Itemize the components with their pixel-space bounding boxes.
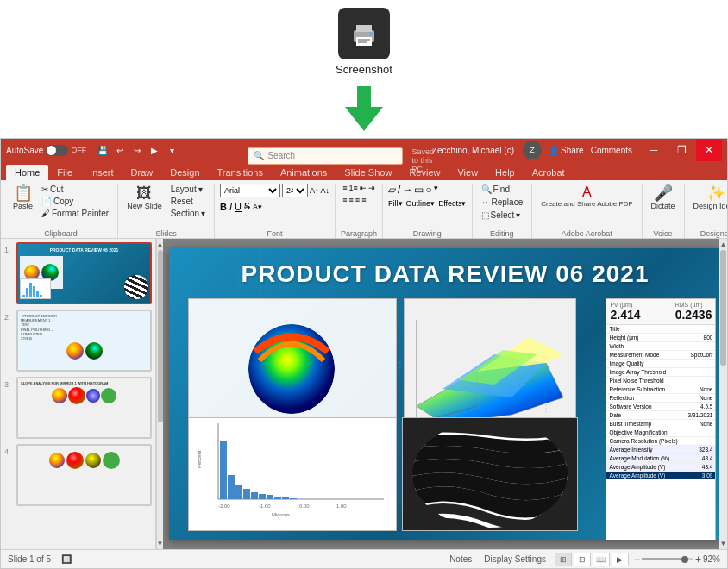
main-scrollbar-vertical[interactable]: ▲ ▼ xyxy=(719,239,727,549)
slide-img-1[interactable]: PRODUCT DATA REVIEW 06 2021 xyxy=(16,242,152,304)
shape-outline-button[interactable]: Outline▾ xyxy=(406,199,436,208)
reset-button[interactable]: Reset xyxy=(167,196,209,207)
restore-button[interactable]: ❐ xyxy=(668,139,694,161)
design-ideas-button[interactable]: ✨ Design Ideas xyxy=(690,184,727,213)
bold-button[interactable]: B xyxy=(220,202,227,212)
reading-view-button[interactable]: 📖 xyxy=(593,553,610,566)
justify-button[interactable]: ≡ xyxy=(361,196,366,204)
tab-draw[interactable]: Draw xyxy=(122,165,162,180)
shape-fill-button[interactable]: Fill▾ xyxy=(388,199,403,208)
zoom-controls: − + 92% xyxy=(634,553,720,566)
new-slide-button[interactable]: 🖼 New Slide xyxy=(123,184,166,213)
resize-handle-left[interactable] xyxy=(184,361,186,372)
font-color-button[interactable]: A▾ xyxy=(253,203,262,211)
normal-view-button[interactable]: ⊞ xyxy=(555,553,572,566)
bullets-button[interactable]: ≡ xyxy=(342,184,347,192)
present-icon[interactable]: ▶ xyxy=(148,144,160,156)
arrow-button[interactable]: → xyxy=(402,184,412,196)
oval-button[interactable]: ○ xyxy=(425,184,431,196)
tab-help[interactable]: Help xyxy=(486,165,524,180)
ppt-window: AutoSave OFF 💾 ↩ ↪ ▶ ▾ Product Review 06… xyxy=(0,138,728,569)
svg-text:Microns: Microns xyxy=(272,512,290,517)
share-button[interactable]: 👤Share xyxy=(549,146,584,155)
decrease-indent-button[interactable]: ⇤ xyxy=(360,184,367,192)
slide-thumb-2[interactable]: 2 • PRODUCT 1MIRRORMEASUREMENT 1TESTFINA… xyxy=(4,310,152,372)
align-center-button[interactable]: ≡ xyxy=(349,196,354,204)
zoom-slider[interactable] xyxy=(642,558,693,560)
close-button[interactable]: ✕ xyxy=(696,139,722,161)
increase-font-button[interactable]: A↑ xyxy=(310,186,319,195)
search-bar[interactable]: 🔍 Search xyxy=(248,147,403,165)
zoom-out-button[interactable]: − xyxy=(634,553,640,566)
slide-img-4[interactable] xyxy=(16,444,152,506)
select-button[interactable]: ⬚ Select▾ xyxy=(478,209,524,221)
data-row: Software Version4.5.5 xyxy=(606,403,715,411)
underline-button[interactable]: U xyxy=(235,202,242,212)
shape-effects-button[interactable]: Effects▾ xyxy=(438,199,466,208)
zoom-level[interactable]: 92% xyxy=(703,554,720,564)
slide-img-3[interactable]: SLOPE ANALYSIS FOR MIRROR 1 WITH HISTOGR… xyxy=(16,377,152,439)
copy-button[interactable]: 📄 Copy xyxy=(38,196,112,207)
layout-button[interactable]: Layout▾ xyxy=(167,184,209,195)
more-icon[interactable]: ▾ xyxy=(166,144,178,156)
minimize-button[interactable]: ─ xyxy=(641,139,667,161)
search-placeholder: Search xyxy=(267,151,295,160)
tab-acrobat[interactable]: Acrobat xyxy=(524,165,574,180)
redo-icon[interactable]: ↪ xyxy=(131,144,143,156)
dictate-button[interactable]: 🎤 Dictate xyxy=(648,184,679,213)
slide-thumb-1[interactable]: 1 PRODUCT DATA REVIEW 06 2021 xyxy=(4,242,152,304)
decrease-font-button[interactable]: A↓ xyxy=(321,186,330,195)
data-row: Title xyxy=(606,325,715,334)
slide-img-2[interactable]: • PRODUCT 1MIRRORMEASUREMENT 1TESTFINAL … xyxy=(16,310,152,372)
tab-view[interactable]: View xyxy=(449,165,486,180)
slide-panel[interactable]: 1 PRODUCT DATA REVIEW 06 2021 xyxy=(1,239,156,549)
tab-home[interactable]: Home xyxy=(6,165,48,180)
select-shape-button[interactable]: ▱ xyxy=(388,184,396,196)
resize-handle-right[interactable] xyxy=(399,361,401,372)
section-button[interactable]: Section▾ xyxy=(167,208,209,219)
svg-rect-9 xyxy=(33,286,35,297)
data-row: Image Quality xyxy=(606,360,715,368)
svg-rect-41 xyxy=(282,497,289,499)
slide-thumb-4[interactable]: 4 xyxy=(4,444,152,506)
align-right-button[interactable]: ≡ xyxy=(355,196,360,204)
tab-insert[interactable]: Insert xyxy=(81,165,122,180)
cut-button[interactable]: ✂ Cut xyxy=(38,184,112,195)
display-settings-button[interactable]: Display Settings xyxy=(480,554,549,564)
more-shapes-button[interactable]: ▾ xyxy=(434,184,438,196)
tab-design[interactable]: Design xyxy=(161,165,208,180)
find-button[interactable]: 🔍 Find xyxy=(478,184,513,195)
zoom-in-button[interactable]: + xyxy=(695,553,701,566)
adobe-create-button[interactable]: A Create and Share Adobe PDF xyxy=(537,184,636,210)
italic-button[interactable]: I xyxy=(229,202,232,212)
font-family-select[interactable]: Arial xyxy=(220,184,280,197)
tab-slideshow[interactable]: Slide Show xyxy=(336,165,400,180)
autosave-switch[interactable] xyxy=(46,145,68,156)
slide-info: Slide 1 of 5 xyxy=(8,554,51,564)
save-icon[interactable]: 💾 xyxy=(97,144,109,156)
tab-file[interactable]: File xyxy=(48,165,81,180)
replace-button[interactable]: ↔ Replace xyxy=(478,197,527,208)
format-painter-button[interactable]: 🖌 Format Painter xyxy=(38,208,112,219)
slide-sorter-button[interactable]: ⊟ xyxy=(574,553,591,566)
numbering-button[interactable]: 1≡ xyxy=(349,184,358,192)
svg-rect-37 xyxy=(251,492,258,499)
disk-2d-svg xyxy=(242,317,342,416)
align-left-button[interactable]: ≡ xyxy=(342,196,347,204)
tab-animations[interactable]: Animations xyxy=(272,165,336,180)
slide-panel-scrollbar[interactable]: ▲ ▼ xyxy=(156,239,163,549)
font-size-select[interactable]: 24 xyxy=(282,184,308,197)
comments-button[interactable]: Comments xyxy=(591,146,632,155)
increase-indent-button[interactable]: ⇥ xyxy=(368,184,375,192)
autosave-toggle[interactable]: AutoSave OFF xyxy=(6,145,86,156)
notes-button[interactable]: Notes xyxy=(446,554,475,564)
strikethrough-button[interactable]: S̶ xyxy=(244,201,250,212)
undo-icon[interactable]: ↩ xyxy=(114,144,126,156)
slide-thumb-3[interactable]: 3 SLOPE ANALYSIS FOR MIRROR 1 WITH HISTO… xyxy=(4,377,152,439)
tab-transitions[interactable]: Transitions xyxy=(209,165,272,180)
rectangle-button[interactable]: ▭ xyxy=(414,184,424,196)
presentation-view-button[interactable]: ▶ xyxy=(612,553,629,566)
dictate-icon: 🎤 xyxy=(654,185,673,201)
line-button[interactable]: / xyxy=(398,184,400,196)
paste-button[interactable]: 📋 Paste xyxy=(9,184,36,213)
